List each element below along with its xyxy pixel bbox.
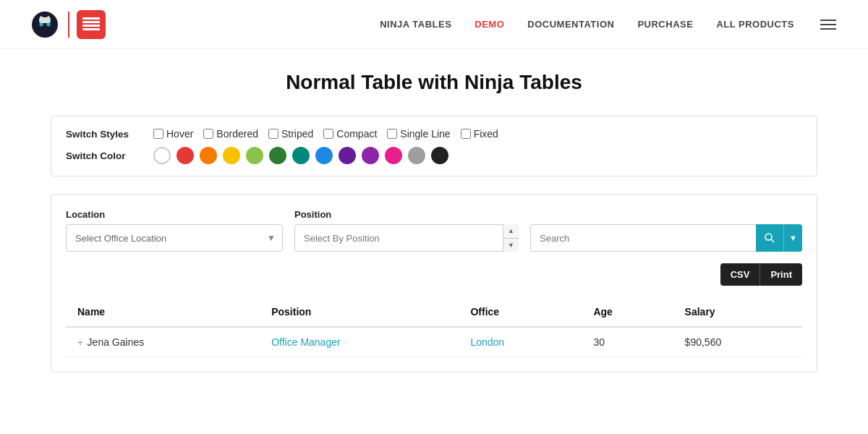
- checkbox-compact[interactable]: Compact: [323, 128, 377, 140]
- fixed-label: Fixed: [474, 128, 498, 140]
- export-row: CSV Print: [66, 263, 802, 286]
- location-label: Location: [66, 209, 283, 220]
- filter-row: Location Select Office Location ▼ Positi…: [66, 209, 802, 252]
- color-pink[interactable]: [385, 147, 402, 164]
- page-title: Normal Table with Ninja Tables: [51, 71, 817, 94]
- search-button[interactable]: [756, 224, 783, 252]
- checkbox-bordered[interactable]: Bordered: [203, 128, 258, 140]
- main-nav: NINJA TABLES DEMO DOCUMENTATION PURCHASE…: [380, 17, 839, 33]
- logo-table-icon: [77, 10, 106, 39]
- search-filter-group: Search ▼: [530, 209, 802, 252]
- color-gray[interactable]: [408, 147, 425, 164]
- search-dropdown-button[interactable]: ▼: [783, 224, 802, 252]
- nav-documentation[interactable]: DOCUMENTATION: [527, 19, 614, 30]
- col-name: Name: [66, 297, 260, 327]
- style-checkboxes: Hover Bordered Striped Compact Single Li…: [153, 128, 498, 140]
- compact-checkbox[interactable]: [323, 129, 333, 139]
- color-yellow[interactable]: [223, 147, 240, 164]
- cell-salary: $90,560: [673, 327, 802, 357]
- fixed-checkbox[interactable]: [461, 129, 471, 139]
- position-spinner-wrapper: ▲ ▼: [294, 224, 519, 252]
- color-purple[interactable]: [339, 147, 356, 164]
- svg-line-12: [771, 239, 774, 242]
- color-lime[interactable]: [246, 147, 263, 164]
- location-filter-group: Location Select Office Location ▼: [66, 209, 283, 252]
- svg-rect-7: [82, 17, 100, 20]
- position-label: Position: [294, 209, 519, 220]
- search-icon: [765, 233, 775, 243]
- color-violet[interactable]: [362, 147, 379, 164]
- checkbox-striped[interactable]: Striped: [268, 128, 313, 140]
- logo-ninja-icon: [29, 9, 61, 41]
- switch-styles-label: Switch Styles: [66, 129, 142, 140]
- svg-rect-8: [82, 21, 100, 23]
- checkbox-fixed[interactable]: Fixed: [461, 128, 498, 140]
- col-office: Office: [459, 297, 582, 327]
- data-table: Name Position Office Age Salary + Jena G…: [66, 297, 802, 357]
- cell-name: + Jena Gaines: [66, 327, 260, 357]
- table-icon-svg: [81, 14, 101, 35]
- cell-age: 30: [582, 327, 673, 357]
- color-blue[interactable]: [315, 147, 333, 164]
- switch-color-row: Switch Color: [66, 147, 802, 164]
- switch-styles-row: Switch Styles Hover Bordered Striped Com…: [66, 128, 802, 140]
- striped-checkbox[interactable]: [268, 129, 278, 139]
- nav-all-products[interactable]: ALL PRODUCTS: [716, 19, 794, 30]
- position-spinner-arrows: ▲ ▼: [503, 224, 519, 252]
- logo-area: [29, 9, 106, 41]
- bordered-label: Bordered: [216, 128, 258, 140]
- color-swatches: [153, 147, 448, 164]
- striped-label: Striped: [281, 128, 313, 140]
- cell-office: London: [459, 327, 582, 357]
- position-spinner-up-icon[interactable]: ▲: [503, 224, 519, 239]
- svg-point-4: [47, 22, 51, 26]
- position-input[interactable]: [294, 224, 519, 252]
- controls-panel: Switch Styles Hover Bordered Striped Com…: [51, 116, 817, 176]
- checkbox-hover[interactable]: Hover: [153, 128, 193, 140]
- name-value: Jena Gaines: [88, 336, 145, 348]
- single-line-label: Single Line: [400, 128, 450, 140]
- color-red[interactable]: [176, 147, 194, 164]
- checkbox-single-line[interactable]: Single Line: [387, 128, 450, 140]
- svg-rect-2: [36, 23, 54, 27]
- hover-label: Hover: [166, 128, 193, 140]
- table-panel: Location Select Office Location ▼ Positi…: [51, 194, 817, 373]
- col-position: Position: [260, 297, 459, 327]
- nav-ninja-tables[interactable]: NINJA TABLES: [380, 19, 451, 30]
- color-white[interactable]: [153, 147, 171, 164]
- color-black[interactable]: [431, 147, 448, 164]
- svg-rect-10: [82, 28, 100, 30]
- nav-purchase[interactable]: PURCHASE: [637, 19, 693, 30]
- position-filter-group: Position ▲ ▼: [294, 209, 519, 252]
- header: NINJA TABLES DEMO DOCUMENTATION PURCHASE…: [0, 0, 868, 49]
- svg-rect-9: [82, 25, 100, 27]
- single-line-checkbox[interactable]: [387, 129, 397, 139]
- search-wrapper: ▼: [530, 224, 802, 252]
- color-teal[interactable]: [292, 147, 310, 164]
- print-button[interactable]: Print: [760, 263, 802, 286]
- hamburger-menu[interactable]: [817, 17, 839, 33]
- svg-point-11: [765, 234, 772, 240]
- csv-button[interactable]: CSV: [720, 263, 760, 286]
- search-input[interactable]: [530, 224, 756, 252]
- location-select-wrapper: Select Office Location ▼: [66, 224, 283, 252]
- cell-position: Office Manager: [260, 327, 459, 357]
- location-select[interactable]: Select Office Location: [66, 224, 283, 252]
- logo-divider: [68, 12, 69, 38]
- svg-rect-6: [41, 12, 49, 16]
- color-green[interactable]: [269, 147, 286, 164]
- hover-checkbox[interactable]: [153, 129, 163, 139]
- main-content: Normal Table with Ninja Tables Switch St…: [36, 49, 832, 373]
- position-spinner-down-icon[interactable]: ▼: [503, 239, 519, 252]
- col-salary: Salary: [673, 297, 802, 327]
- expand-icon[interactable]: +: [77, 337, 83, 348]
- svg-point-3: [40, 22, 43, 26]
- table-header-row: Name Position Office Age Salary: [66, 297, 802, 327]
- col-age: Age: [582, 297, 673, 327]
- nav-demo[interactable]: DEMO: [475, 19, 504, 30]
- compact-label: Compact: [336, 128, 377, 140]
- color-orange[interactable]: [200, 147, 217, 164]
- table-row: + Jena Gaines Office Manager London 30 $…: [66, 327, 802, 357]
- bordered-checkbox[interactable]: [203, 129, 213, 139]
- switch-color-label: Switch Color: [66, 150, 142, 161]
